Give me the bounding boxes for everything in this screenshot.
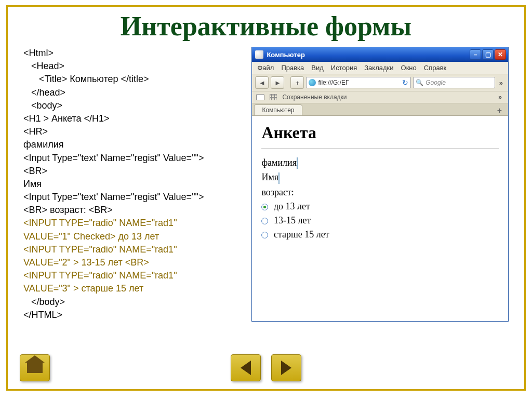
- code-line: </head>: [23, 86, 239, 99]
- code-line: <BR> возраст: <BR>: [23, 204, 239, 217]
- nav-toolbar: ◄ ► + file:///G:/ЕГ ↻ 🔍 Google »: [252, 74, 508, 91]
- page-icon: [255, 50, 263, 59]
- back-button[interactable]: ◄: [255, 76, 269, 89]
- code-line: фамилия: [23, 138, 239, 151]
- surname-label: фамилия: [261, 157, 297, 168]
- search-icon: 🔍: [416, 79, 423, 86]
- tab-bar: Компьютер +: [252, 103, 508, 116]
- code-line: <body>: [23, 99, 239, 112]
- radio-row: 13-15 лет: [261, 215, 499, 226]
- window-title: Компьютер: [267, 51, 304, 59]
- menu-item[interactable]: Справк: [424, 64, 446, 72]
- code-line: VALUE="3" > старше 15 лет: [23, 282, 239, 295]
- menu-bar: Файл Правка Вид История Закладки Окно Сп…: [252, 62, 508, 74]
- grid-icon[interactable]: [270, 94, 277, 100]
- radio-option[interactable]: [261, 218, 268, 224]
- name-input[interactable]: [278, 172, 280, 184]
- radio-row: до 13 лет: [261, 201, 499, 212]
- add-button[interactable]: +: [290, 76, 304, 89]
- next-slide-button[interactable]: [271, 354, 301, 381]
- menu-item[interactable]: Окно: [401, 64, 417, 72]
- code-line: <BR>: [23, 165, 239, 178]
- close-button[interactable]: ✕: [495, 49, 506, 60]
- bookmark-label[interactable]: Сохраненные вкладки: [282, 94, 347, 101]
- surname-input[interactable]: [297, 157, 298, 169]
- window-titlebar: Компьютер – ▢ ✕: [252, 47, 508, 62]
- browser-tab[interactable]: Компьютер: [254, 104, 302, 115]
- code-line: <INPUT TYPE="radio" NAME="rad1": [23, 217, 239, 230]
- code-line: </body>: [23, 296, 239, 309]
- content-row: <Html> <Head> <Title> Компьютер </title>…: [23, 47, 509, 322]
- slide-title: Интерактивные формы: [23, 11, 509, 42]
- code-line: VALUE="2" > 13-15 лет <BR>: [23, 256, 239, 269]
- page-content: Анкета фамилия Имя возраст: до 13 лет: [252, 116, 508, 321]
- radio-row: старше 15 лет: [261, 229, 499, 240]
- arrow-left-icon: [241, 361, 251, 375]
- page-heading: Анкета: [261, 123, 499, 142]
- url-text: file:///G:/ЕГ: [318, 79, 349, 86]
- code-line: <Input Type="text' Name="regist" Value="…: [23, 152, 239, 165]
- bookmarks-bar: Сохраненные вкладки »: [252, 91, 508, 103]
- browser-window: Компьютер – ▢ ✕ Файл Правка Вид История …: [251, 47, 509, 322]
- radio-label: старше 15 лет: [274, 229, 329, 240]
- search-placeholder: Google: [425, 79, 446, 86]
- code-line: VALUE="1" Checked> до 13 лет: [23, 230, 239, 243]
- globe-icon: [309, 79, 316, 86]
- maximize-button[interactable]: ▢: [482, 49, 494, 60]
- prev-slide-button[interactable]: [231, 354, 261, 381]
- footer-nav: [0, 354, 532, 381]
- code-line: <Html>: [23, 47, 239, 60]
- name-label: Имя: [261, 172, 278, 182]
- minimize-button[interactable]: –: [470, 49, 481, 60]
- divider: [261, 149, 499, 149]
- address-bar[interactable]: file:///G:/ЕГ ↻: [306, 77, 411, 88]
- arrow-right-icon: [281, 361, 291, 375]
- menu-item[interactable]: История: [331, 64, 357, 72]
- code-line: <Head>: [23, 60, 239, 73]
- code-line: Имя: [23, 178, 239, 191]
- code-line: <HR>: [23, 125, 239, 138]
- code-line: <H1 > Анкета </H1>: [23, 112, 239, 125]
- radio-option[interactable]: [261, 232, 268, 238]
- code-line: <INPUT TYPE="radio" NAME="rad1": [23, 269, 239, 282]
- slide-frame: Интерактивные формы <Html> <Head> <Title…: [6, 5, 526, 391]
- menu-item[interactable]: Закладки: [364, 64, 393, 72]
- search-box[interactable]: 🔍 Google: [413, 77, 495, 88]
- radio-label: 13-15 лет: [274, 215, 311, 225]
- refresh-icon[interactable]: ↻: [402, 78, 408, 87]
- new-tab-button[interactable]: +: [493, 106, 506, 115]
- code-line: </HTML>: [23, 309, 239, 322]
- menu-item[interactable]: Правка: [281, 64, 304, 72]
- book-icon[interactable]: [256, 94, 264, 100]
- chevron-icon[interactable]: »: [497, 79, 505, 87]
- radio-label: до 13 лет: [274, 201, 310, 211]
- age-label: возраст:: [261, 187, 499, 198]
- code-line: <Title> Компьютер </title>: [23, 73, 239, 86]
- forward-button[interactable]: ►: [271, 76, 284, 89]
- form-row: Имя: [261, 172, 499, 183]
- menu-item[interactable]: Файл: [257, 64, 274, 72]
- code-line: <INPUT TYPE="radio" NAME="rad1": [23, 243, 239, 256]
- form-row: фамилия: [261, 157, 499, 169]
- code-line: <Input Type="text' Name="regist" Value="…: [23, 191, 239, 204]
- code-listing: <Html> <Head> <Title> Компьютер </title>…: [23, 47, 239, 322]
- chevron-icon[interactable]: »: [496, 94, 504, 101]
- radio-option[interactable]: [261, 204, 268, 210]
- menu-item[interactable]: Вид: [311, 64, 324, 72]
